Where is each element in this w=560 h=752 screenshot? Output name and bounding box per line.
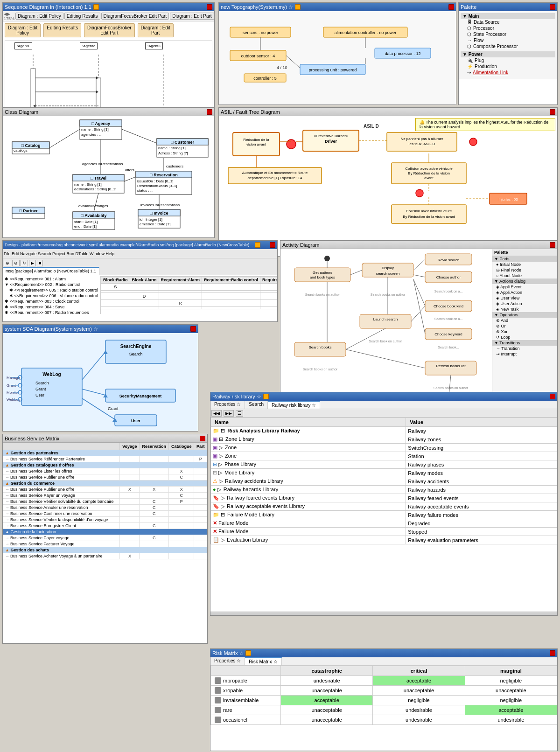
railway-tab-properties[interactable]: Properties ☆ [210,401,245,409]
tree-row-failure-lib[interactable]: 📁 ⊟ Failure Mode Library Railway failure… [211,511,557,519]
tree-row-hazards-lib[interactable]: ● ▷ Railway hazards Library Railway haza… [211,486,557,494]
palette-appli-event[interactable]: ◈ Appli Event [492,284,557,290]
tree-row-zone-2[interactable]: ▣ ▷ Zone Station [211,452,557,460]
class-close-btn[interactable] [207,109,212,115]
req-005[interactable]: ✱ <<Requirement>> 005 : Radio station co… [3,287,100,293]
railway-tab-library[interactable]: Railway risk library ☆ [268,401,320,409]
design-close-btn[interactable] [270,242,275,248]
palette-processor[interactable]: ⬡ Processor [461,25,555,31]
topo-min-btn[interactable] [295,4,301,10]
svg-point-84 [287,139,296,149]
tree-row-accidents-lib[interactable]: ⚠ ▷ Railway accidents Library Railway ac… [211,477,557,486]
req-006[interactable]: ✱ <<Requirement>> 006 : Volume radio con… [3,293,100,299]
railway-scroll-h[interactable] [210,612,557,615]
design-tb-btn4[interactable]: ▶ [29,260,36,266]
seq-edit-part-btn[interactable]: Diagram : Edit Part [170,13,214,20]
tree-row-feared-lib[interactable]: 🔖 ▷ Railway feared events Library Railwa… [211,494,557,502]
palette-datasource[interactable]: 🗄 Data Source [461,19,555,25]
railway-toolbar-fwd[interactable]: ▶▶ [224,410,234,417]
tree-row-zone-1[interactable]: ▣ ▷ Zone SwitchCrossing [211,444,557,452]
design-tb-btn1[interactable]: ⊕ [4,260,11,266]
req-001[interactable]: ✱ <<Requirement>> 001 : Alarm [3,276,100,282]
biz-row: →Business Service Publier une offre XXX [3,487,207,493]
seq-action-4[interactable]: Diagram : EditPart [138,23,174,37]
palette-operators-header[interactable]: ▼ Operators [492,312,557,318]
req-007[interactable]: ✱ <<Requirement>> 007 : Radio frequencie… [3,310,100,314]
seq-action-2[interactable]: Editing Results [43,23,81,37]
risk-tab-properties[interactable]: Properties ☆ [210,657,245,665]
palette-flow[interactable]: → Flow [461,37,555,43]
palette-state-processor[interactable]: ⬡ State Processor [461,31,555,37]
risk-matrix-close-btn[interactable] [550,650,555,656]
soa-close-btn[interactable] [190,326,196,332]
palette-plug[interactable]: 🔌 Plug [461,57,555,63]
palette-main-header[interactable]: ▼ Main [461,13,555,19]
design-tb-btn3[interactable]: ↻ [21,260,28,266]
palette-user-action[interactable]: ◈ User Action [492,301,557,306]
palette-actions-header[interactable]: ▼ Actions dialog [492,279,557,284]
seq-edit-policy-btn[interactable]: Diagram : Edit Policy [15,13,63,20]
tree-row-failure-2[interactable]: ✕ Failure Mode Stopped [211,528,557,536]
design-tab-1[interactable]: msq [package] AlarmRadio (NewCrossTable)… [3,267,99,275]
biz-col-name [3,443,120,450]
palette-about-node[interactable]: ○ About Node [492,273,557,279]
biz-close-btn[interactable] [200,436,205,441]
railway-toolbar-filter[interactable]: ☰ [236,410,243,417]
activity-close-btn[interactable] [550,242,555,248]
palette-and[interactable]: ⊗ And [492,318,557,323]
seq-editing-btn[interactable]: Editing Results [64,13,100,20]
palette-appli-action[interactable]: ◈ Appli Action [492,290,557,295]
railway-toolbar-back[interactable]: ◀◀ [211,410,222,417]
topo-content: sensors : no power alimentation controll… [219,11,456,104]
svg-text:Choose keyword: Choose keyword [434,332,462,336]
railway-tab-search[interactable]: Search [245,401,268,409]
soa-content: SearchEngine Search WebLog Search Grant … [3,333,198,431]
topo-close-btn[interactable] [448,4,454,10]
railway-close-btn[interactable] [550,394,555,399]
risk-matrix-min-btn[interactable] [245,650,251,656]
palette-composite[interactable]: ⬡ Composite Processor [461,43,555,49]
palette-user-view[interactable]: ◈ User View [492,295,557,301]
seq-titlebar: Sequence Diagram in (Interaction) 1.1 [3,3,214,11]
palette-power-header[interactable]: ▼ Power [461,51,555,57]
seq-close-btn[interactable] [207,4,212,10]
palette-alimentation-link[interactable]: ⇢ Alimentation Link [461,70,555,76]
palette-new-task[interactable]: ◈ New Task [492,306,557,312]
palette-or[interactable]: ⊗ Or [492,323,557,329]
design-min-btn[interactable] [255,242,260,248]
seq-broker-btn[interactable]: DiagramFocusBroker Edit Part [101,13,169,20]
risk-tab-matrix[interactable]: Risk Matrix ☆ [245,657,281,665]
req-002[interactable]: ▼ <<Requirement>> 002 : Radio control [3,282,100,287]
seq-action-1[interactable]: Diagram : EditPolicy [5,23,41,37]
palette-ports-header[interactable]: ▼ Ports [492,256,557,262]
palette-loop[interactable]: ↺ Loop [492,334,557,340]
tree-row-failure-1[interactable]: ✕ Failure Mode Degraded [211,519,557,528]
tree-row-acceptable-lib[interactable]: 🔖 ▷ Railway acceptable events Library Ra… [211,502,557,511]
palette-close-btn[interactable] [550,4,555,10]
tree-row-zone-lib[interactable]: ▣ ⊟ Zone Library Railway zones [211,435,557,444]
palette-production[interactable]: ⚡ Production [461,63,555,70]
seq-action-3[interactable]: DiagramFocusBrokerEdit Part [84,23,134,37]
biz-section-partenaires: ▲ Gestion des partenaires [3,450,207,456]
tree-row-root[interactable]: 📁 ⊟ Risk Analysis Library Railway Railwa… [211,427,557,435]
design-tb-btn5[interactable]: ■ [37,260,43,266]
railway-min-btn[interactable] [263,394,269,399]
palette-initial-node[interactable]: ● Initial Node [492,262,557,267]
svg-text:SecurityManagement: SecurityManagement [119,394,162,398]
design-tb-btn2[interactable]: ⊖ [12,260,20,266]
tree-row-phase-lib[interactable]: ⊞ ▷ Phase Library Railway phases [211,460,557,469]
tree-row-evaluation-lib[interactable]: 📋 ▷ Evaluation Library Railway evaluatio… [211,536,557,544]
palette-final-node[interactable]: ◎ Final Node [492,267,557,273]
req-004[interactable]: ✱ <<Requirement>> 004 : Save [3,304,100,310]
asil-close-btn[interactable] [550,109,555,115]
palette-xor[interactable]: ⊗ Xor [492,329,557,334]
palette-transition[interactable]: → Transition [492,346,557,351]
tree-row-mode-lib[interactable]: ⊞ ▷ Mode Library Railway modes [211,469,557,477]
seq-minimize-btn[interactable] [93,4,99,10]
class-availability: □ Availability start : Date [1] end : Da… [73,212,115,230]
palette-interrupt[interactable]: ⇥ Interrupt [492,351,557,357]
palette-transitions-header[interactable]: ▼ Transitions [492,340,557,346]
risk-header-catastrophic: catastrophic [281,666,373,676]
biz-col-partenaire: Part [194,443,207,450]
req-003[interactable]: ✱ <<Requirement>> 003 : Clock control [3,299,100,304]
